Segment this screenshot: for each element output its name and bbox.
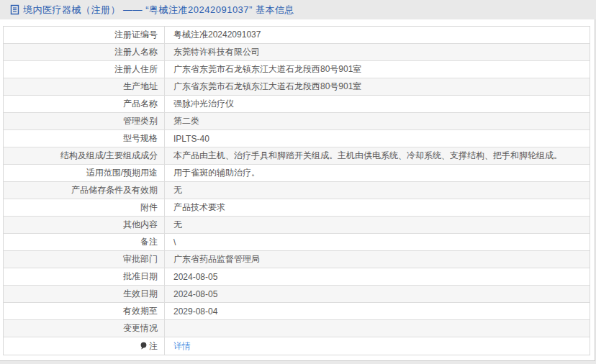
- row-value: 粤械注准20242091037: [165, 27, 590, 43]
- row-value: 2024-08-05: [165, 268, 590, 285]
- table-row: 适用范围/预期用途 用于雀斑的辅助治疗。: [4, 165, 590, 182]
- table-row: 生效日期 2024-08-05: [4, 286, 590, 303]
- row-label: 附件: [4, 199, 165, 216]
- table-row: 管理类别 第二类: [4, 113, 590, 130]
- row-value: 强脉冲光治疗仪: [165, 96, 590, 112]
- row-value: 第二类: [165, 113, 590, 129]
- content-panel: 注册证编号 粤械注准20242091037 注册人名称 东莞特许科技有限公司 注…: [0, 19, 595, 361]
- table-row: 注册证编号 粤械注准20242091037: [4, 27, 590, 44]
- table-row: 有效期至 2029-08-04: [4, 303, 590, 320]
- row-value: 2029-08-04: [165, 303, 590, 319]
- row-value: IPLTS-40: [165, 130, 590, 147]
- row-label: 生产地址: [4, 78, 165, 95]
- row-value: 广东省东莞市石龙镇东江大道石龙段西80号901室: [165, 78, 590, 95]
- table-row: 产品名称 强脉冲光治疗仪: [4, 96, 590, 113]
- table-row: 审批部门 广东省药品监督管理局: [4, 251, 590, 268]
- row-value: 东莞特许科技有限公司: [165, 44, 590, 60]
- row-label: 备注: [4, 234, 165, 250]
- row-label: 注册人住所: [4, 61, 165, 78]
- row-label: 注册证编号: [4, 27, 165, 43]
- table-row: 批准日期 2024-08-05: [4, 268, 590, 286]
- table-row: 产品储存条件及有效期 无: [4, 182, 590, 199]
- table-row: 注册人名称 东莞特许科技有限公司: [4, 44, 590, 61]
- table-row: 生产地址 广东省东莞市石龙镇东江大道石龙段西80号901室: [4, 78, 590, 96]
- table-row-note: 注 详情: [4, 337, 590, 355]
- row-label: 有效期至: [4, 303, 165, 319]
- table-row: 结构及组成/主要组成成分 本产品由主机、治疗手具和脚踏开关组成。主机由供电系统、…: [4, 147, 590, 165]
- table-row: 注册人住所 广东省东莞市石龙镇东江大道石龙段西80号901室: [4, 61, 590, 78]
- table-row: 其他内容 无: [4, 217, 590, 234]
- row-value: 详情: [165, 337, 590, 355]
- row-label: 适用范围/预期用途: [4, 165, 165, 181]
- page-header: 境内医疗器械（注册） —— “粤械注准20242091037” 基本信息: [0, 0, 596, 19]
- row-label: 注: [4, 337, 165, 355]
- row-label: 产品储存条件及有效期: [4, 182, 165, 199]
- row-label: 变更情况: [4, 320, 165, 337]
- registration-info-table: 注册证编号 粤械注准20242091037 注册人名称 东莞特许科技有限公司 注…: [3, 26, 590, 355]
- row-value: 无: [165, 217, 590, 233]
- row-value: 广东省药品监督管理局: [165, 251, 590, 268]
- row-label-text: 注: [149, 340, 158, 352]
- detail-link[interactable]: 详情: [173, 340, 191, 352]
- row-label: 产品名称: [4, 96, 165, 112]
- row-value: \: [165, 234, 590, 250]
- row-label: 结构及组成/主要组成成分: [4, 147, 165, 164]
- row-label: 生效日期: [4, 286, 165, 302]
- row-value: 无: [165, 182, 590, 199]
- table-row: 备注 \: [4, 234, 590, 251]
- note-bulb-icon: [140, 342, 148, 350]
- row-value: 本产品由主机、治疗手具和脚踏开关组成。主机由供电系统、冷却系统、支撑结构、把手和…: [165, 147, 590, 164]
- row-label: 批准日期: [4, 268, 165, 285]
- row-value: 广东省东莞市石龙镇东江大道石龙段西80号901室: [165, 61, 590, 78]
- page-title: 境内医疗器械（注册） —— “粤械注准20242091037” 基本信息: [23, 4, 294, 17]
- row-label: 型号规格: [4, 130, 165, 147]
- row-value: [165, 320, 590, 337]
- registration-info-page: 境内医疗器械（注册） —— “粤械注准20242091037” 基本信息 注册证…: [0, 0, 596, 364]
- table-row: 变更情况: [4, 320, 590, 337]
- row-label: 管理类别: [4, 113, 165, 129]
- row-value: 用于雀斑的辅助治疗。: [165, 165, 590, 181]
- row-label: 注册人名称: [4, 44, 165, 60]
- table-row: 附件 产品技术要求: [4, 199, 590, 217]
- document-icon: [10, 4, 19, 15]
- row-value: 产品技术要求: [165, 199, 590, 216]
- row-label: 其他内容: [4, 217, 165, 233]
- table-row: 型号规格 IPLTS-40: [4, 130, 590, 147]
- row-value: 2024-08-05: [165, 286, 590, 302]
- row-label: 审批部门: [4, 251, 165, 268]
